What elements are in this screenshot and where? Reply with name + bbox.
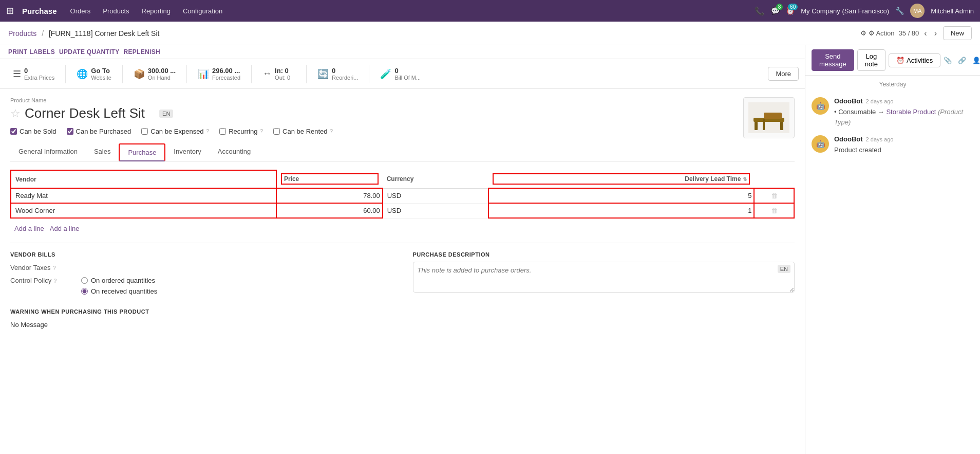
odoobot-icon-2: 🤖 bbox=[816, 140, 825, 148]
vendor-price-1[interactable]: 78.00 bbox=[276, 188, 383, 203]
vendor-currency-2[interactable]: USD bbox=[383, 203, 489, 218]
language-badge[interactable]: EN bbox=[159, 110, 173, 118]
record-nav: 35 / 80 ‹ › bbox=[899, 28, 939, 39]
arrow-icon-1: → bbox=[878, 108, 884, 116]
purchase-desc-lang-badge[interactable]: EN bbox=[778, 265, 790, 273]
stat-on-hand-value: 300.00 ... bbox=[148, 67, 176, 75]
msg-body-2: OdooBot 2 days ago Product created bbox=[834, 135, 974, 155]
msg-time-1: 2 days ago bbox=[866, 98, 894, 104]
stat-website[interactable]: 🌐 Go To Website bbox=[70, 63, 118, 84]
stat-divider-5 bbox=[306, 65, 307, 83]
vendor-row-2-delete[interactable]: 🗑 bbox=[754, 203, 794, 218]
list-icon: ☰ bbox=[13, 68, 21, 80]
stat-bom-label: Bill Of M... bbox=[394, 75, 421, 81]
purchase-description-section: PURCHASE DESCRIPTION EN bbox=[413, 251, 795, 300]
clock-icon[interactable]: ⏰ 60 bbox=[786, 7, 795, 15]
replenish-btn[interactable]: REPLENISH bbox=[124, 48, 160, 56]
vendor-row-1-delete[interactable]: 🗑 bbox=[754, 188, 794, 203]
add-line-button[interactable]: Add a line bbox=[10, 223, 48, 234]
stat-forecasted[interactable]: 📊 296.00 ... Forecasted bbox=[191, 63, 247, 84]
link-icon[interactable]: 🔗 bbox=[958, 57, 966, 64]
tab-accounting[interactable]: Accounting bbox=[210, 143, 259, 161]
tab-sales[interactable]: Sales bbox=[86, 143, 119, 161]
main-container: PRINT LABELS UPDATE QUANTITY REPLENISH ☰… bbox=[0, 45, 980, 454]
can-be-expensed-checkbox[interactable]: Can be Expensed ? bbox=[141, 128, 209, 135]
purchase-tab-content: Vendor Price Currency bbox=[10, 161, 795, 337]
radio-ordered[interactable]: On ordered quantities bbox=[81, 277, 157, 284]
print-labels-btn[interactable]: PRINT LABELS bbox=[8, 48, 55, 56]
chat-badge: 8 bbox=[776, 4, 783, 10]
stat-extra-prices[interactable]: ☰ 0 Extra Prices bbox=[6, 63, 61, 84]
can-be-sold-checkbox[interactable]: Can be Sold bbox=[10, 128, 56, 135]
top-nav-items: Orders Products Reporting Configuration bbox=[65, 5, 228, 17]
stat-on-hand[interactable]: 📦 300.00 ... On Hand bbox=[127, 63, 182, 84]
tab-inventory[interactable]: Inventory bbox=[165, 143, 209, 161]
stat-reorder[interactable]: 🔄 0 Reorderi... bbox=[311, 63, 365, 84]
nav-configuration[interactable]: Configuration bbox=[178, 5, 228, 17]
new-button[interactable]: New bbox=[943, 26, 972, 40]
favorite-star-icon[interactable]: ☆ bbox=[10, 107, 21, 120]
purchase-description-textarea[interactable] bbox=[413, 262, 795, 293]
vendor-sort[interactable]: Vendor bbox=[15, 176, 272, 183]
svg-rect-3 bbox=[780, 122, 783, 130]
product-image[interactable] bbox=[743, 97, 795, 138]
tools-icon[interactable]: 🔧 bbox=[895, 7, 904, 15]
stat-in-out[interactable]: ↔ In: 0 Out: 0 bbox=[256, 63, 302, 84]
clock-badge: 60 bbox=[788, 4, 798, 10]
tab-general-information[interactable]: General Information bbox=[10, 143, 86, 161]
msg-author-1: OdooBot bbox=[834, 97, 863, 105]
two-col-section: VENDOR BILLS Vendor Taxes ? Control Poli… bbox=[10, 251, 795, 300]
user-avatar[interactable]: MA bbox=[910, 4, 925, 18]
recurring-checkbox[interactable]: Recurring ? bbox=[219, 128, 263, 135]
vendor-lead-2[interactable]: 1 bbox=[488, 203, 754, 218]
action-menu[interactable]: ⚙ ⚙ Action bbox=[860, 29, 895, 37]
person-icon: 👤 bbox=[972, 57, 980, 64]
nav-reporting[interactable]: Reporting bbox=[137, 5, 176, 17]
vendor-name-1[interactable]: Ready Mat bbox=[11, 188, 276, 203]
radio-received[interactable]: On received quantities bbox=[81, 287, 157, 295]
prev-arrow[interactable]: ‹ bbox=[922, 28, 929, 39]
breadcrumb-parent[interactable]: Products bbox=[8, 29, 36, 38]
stat-bom[interactable]: 🧪 0 Bill Of M... bbox=[373, 63, 427, 84]
form-content: Product Name ☆ Corner Desk Left Sit EN C… bbox=[0, 89, 805, 454]
update-quantity-btn[interactable]: UPDATE QUANTITY bbox=[59, 48, 120, 56]
price-sort[interactable]: Price bbox=[281, 173, 379, 185]
vendor-taxes-help[interactable]: ? bbox=[53, 265, 56, 271]
stat-forecasted-value: 296.00 ... bbox=[212, 67, 240, 75]
stat-divider-2 bbox=[122, 65, 123, 83]
lead-time-col-header: Delivery Lead Time ⇅ bbox=[488, 170, 754, 188]
lead-sort-icon[interactable]: ⇅ bbox=[743, 176, 747, 182]
vendor-name-2[interactable]: Wood Corner bbox=[11, 203, 276, 218]
svg-rect-2 bbox=[755, 122, 758, 130]
log-note-button[interactable]: Log note bbox=[857, 49, 885, 71]
chatter-msg-1: 🤖 OdooBot 2 days ago • Consumable → Stor… bbox=[812, 97, 974, 127]
vendor-row-1: Ready Mat 78.00 USD 5 🗑 bbox=[11, 188, 794, 203]
can-be-rented-checkbox[interactable]: Can be Rented ? bbox=[273, 128, 333, 135]
stat-extra-prices-label: Extra Prices bbox=[24, 75, 54, 81]
add-line-label[interactable]: Add a line bbox=[50, 225, 80, 232]
nav-products[interactable]: Products bbox=[98, 5, 134, 17]
clock-small-icon: ⏰ bbox=[896, 57, 904, 64]
nav-orders[interactable]: Orders bbox=[65, 5, 96, 17]
vendor-price-2[interactable]: 60.00 bbox=[276, 203, 383, 218]
from-value-1: Consumable bbox=[838, 108, 878, 116]
paperclip-icon[interactable]: 📎 bbox=[944, 57, 952, 64]
app-grid-icon[interactable]: ⊞ bbox=[6, 5, 14, 16]
can-be-purchased-checkbox[interactable]: Can be Purchased bbox=[67, 128, 131, 135]
send-message-button[interactable]: Send message bbox=[812, 49, 854, 71]
phone-icon[interactable]: 📞 bbox=[755, 6, 765, 16]
vendor-taxes-label: Vendor Taxes ? bbox=[10, 264, 77, 271]
msg-content-2: Product created bbox=[834, 145, 974, 155]
activities-button[interactable]: ⏰ Activities bbox=[889, 53, 940, 67]
vendor-currency-1[interactable]: USD bbox=[383, 188, 489, 203]
control-policy-label: Control Policy ? bbox=[10, 277, 77, 284]
user-name: Mitchell Admin bbox=[931, 7, 974, 15]
vendor-lead-1[interactable]: 5 bbox=[488, 188, 754, 203]
control-policy-help[interactable]: ? bbox=[53, 278, 56, 284]
tab-purchase[interactable]: Purchase bbox=[119, 143, 165, 161]
stat-forecasted-label: Forecasted bbox=[212, 75, 240, 81]
more-button[interactable]: More bbox=[768, 67, 799, 81]
chat-icon[interactable]: 💬 8 bbox=[771, 7, 780, 15]
next-arrow[interactable]: › bbox=[932, 28, 939, 39]
product-left: Product Name ☆ Corner Desk Left Sit EN C… bbox=[10, 97, 743, 143]
